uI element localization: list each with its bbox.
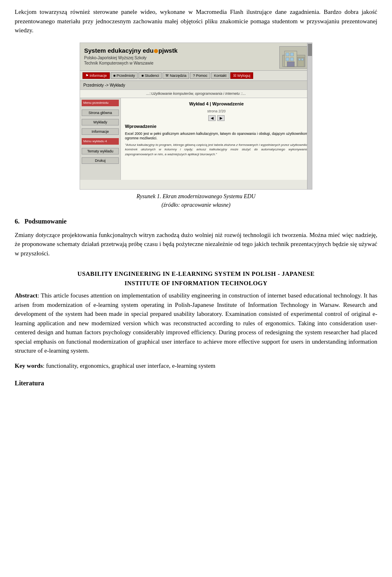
edu-title-sub: Polsko-Japońskiej Wyższej Szkoły Technik… bbox=[84, 55, 275, 66]
edu-navbar: ⚑ Informacje ■ Przedmioty ■ Studenci ⚒ N… bbox=[80, 71, 312, 81]
nav-narzedzia[interactable]: ⚒ Narzędzia bbox=[163, 72, 189, 79]
intro-paragraph: Lekcjom towarzyszą również sterowane pan… bbox=[15, 7, 377, 35]
keywords-text: : functionality, ergonomics, graphical u… bbox=[43, 362, 216, 369]
edu-sidebar: Menu przedmiotu Strona główna Wykłady In… bbox=[80, 98, 121, 180]
building-svg bbox=[281, 47, 307, 67]
nav-kontakt[interactable]: Kontakt bbox=[211, 72, 229, 79]
sidebar-btn-lectures[interactable]: Wykłady bbox=[82, 119, 119, 125]
abstract-section: Abstract: This article focuses attention… bbox=[15, 291, 377, 356]
next-page-button[interactable]: ▶ bbox=[217, 115, 225, 121]
sidebar-btn-topics[interactable]: Tematy wykładu bbox=[82, 148, 119, 154]
nav-informacje[interactable]: ⚑ Informacje bbox=[82, 72, 110, 79]
nav-przedmioty[interactable]: ■ Przedmioty bbox=[111, 72, 138, 79]
svg-rect-8 bbox=[298, 58, 301, 60]
svg-rect-2 bbox=[286, 53, 289, 56]
edu-main-content: Wykład 4 | Wprowadzenie strona 2/20 ◀ ▶ … bbox=[121, 98, 312, 180]
svg-rect-6 bbox=[287, 62, 294, 67]
english-title: USABILITY ENGINEERING IN E-LEARNING SYST… bbox=[15, 269, 377, 288]
edu-title-main: System edukacyjny edupjwstk bbox=[84, 46, 275, 56]
sidebar-menu-title-2: Menu wykładu 4 bbox=[82, 138, 119, 145]
sidebar-btn-home[interactable]: Strona główna bbox=[82, 110, 119, 116]
svg-rect-4 bbox=[286, 58, 289, 61]
caption-title: Ekran zmodernizowanego Systemu EDU bbox=[163, 193, 255, 199]
edu-building-image bbox=[279, 46, 308, 69]
caption-source: (źródło: opracowanie własne) bbox=[162, 202, 231, 208]
edu-scroll-thumb bbox=[308, 44, 312, 56]
edu-screenshot: System edukacyjny edupjwstk Polsko-Japoń… bbox=[80, 42, 312, 190]
edu-content: Menu przedmiotu Strona główna Wykłady In… bbox=[80, 98, 312, 180]
edu-nav-arrows: ◀ ▶ bbox=[125, 115, 308, 121]
sidebar-btn-info[interactable]: Informacje bbox=[82, 128, 119, 135]
abstract-text: : This article focuses attention on impl… bbox=[15, 292, 377, 354]
nav-studenci[interactable]: ■ Studenci bbox=[138, 72, 162, 79]
sidebar-menu-title-1: Menu przedmiotu bbox=[82, 100, 119, 106]
nav-pomoc[interactable]: ? Pomoc bbox=[190, 72, 210, 79]
nav-wyloguj[interactable]: ☒ Wyloguj bbox=[230, 72, 253, 79]
edu-logo-dot bbox=[154, 49, 158, 53]
edu-lecture-title: Wykład 4 | Wprowadzenie bbox=[125, 101, 308, 107]
literatura-heading: Literatura bbox=[15, 378, 377, 388]
abstract-label: Abstract bbox=[15, 292, 38, 299]
keywords-section: Key words: functionality, ergonomics, gr… bbox=[15, 361, 377, 371]
edu-quote-text: "Arkusz kalkulacyjny to program, którego… bbox=[125, 143, 308, 157]
edu-search-bar: ...::Użytkowanie komputerów, oprogramowa… bbox=[80, 90, 312, 98]
svg-rect-3 bbox=[290, 53, 294, 56]
sidebar-btn-print[interactable]: Drukuj bbox=[82, 157, 119, 164]
section6-heading: 6. Podsumowanie bbox=[15, 217, 377, 226]
prev-page-button[interactable]: ◀ bbox=[208, 115, 216, 121]
edu-scrollbar[interactable] bbox=[307, 43, 312, 189]
edu-header: System edukacyjny edupjwstk Polsko-Japoń… bbox=[80, 43, 312, 71]
edu-section-title: Wprowadzenie bbox=[125, 123, 308, 130]
edu-page-info: strona 2/20 bbox=[125, 109, 308, 114]
svg-rect-5 bbox=[290, 58, 294, 61]
edu-breadcrumb: Przedmioty -> Wykłady bbox=[80, 81, 312, 90]
edu-logo-area: System edukacyjny edupjwstk Polsko-Japoń… bbox=[84, 46, 275, 66]
figure-caption: Rysunek 1. Ekran zmodernizowanego System… bbox=[136, 192, 255, 209]
edu-body-text: Excel 2000 jest w pełni graficznym arkus… bbox=[125, 132, 308, 141]
svg-rect-9 bbox=[301, 58, 303, 60]
section6-paragraph: Zmiany dotyczące projektowania funkcjona… bbox=[15, 230, 377, 258]
figure-container: System edukacyjny edupjwstk Polsko-Japoń… bbox=[78, 42, 314, 209]
keywords-label: Key words bbox=[15, 362, 43, 369]
